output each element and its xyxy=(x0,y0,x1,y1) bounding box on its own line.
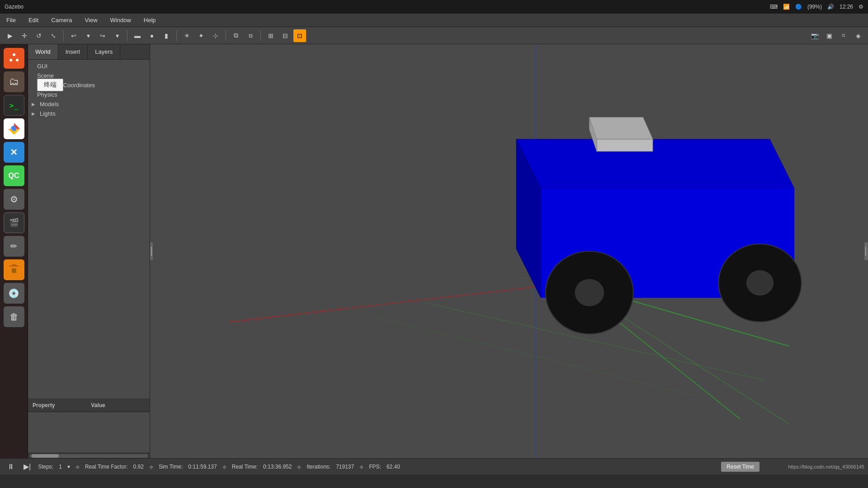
menu-file[interactable]: File xyxy=(4,16,19,24)
tree-label-lights: Lights xyxy=(40,110,56,117)
menu-help[interactable]: Help xyxy=(141,16,159,24)
properties-panel: Property Value xyxy=(28,399,150,453)
svg-point-26 xyxy=(575,279,604,306)
tree-label-gui: GUI xyxy=(37,63,47,70)
world-tree: GUI Scene Spherical Coordinates Physics … xyxy=(28,60,150,399)
light2-btn[interactable]: ✦ xyxy=(195,29,208,42)
tree-item-physics[interactable]: Physics xyxy=(28,90,150,99)
sphere-btn[interactable]: ● xyxy=(146,29,158,42)
main-layout: 🗂 >_ ✕ QC ⚙ 🎬 ✏ xyxy=(0,44,868,458)
visibility-btn[interactable]: ◈ xyxy=(852,29,864,42)
sim-value: 0:11:59.137 xyxy=(188,464,217,470)
paste-btn[interactable]: ⧈ xyxy=(244,29,257,42)
system-bar-right: ⌨ 📶 🔵 (99%) 🔊 12:26 ⚙ xyxy=(770,4,863,10)
align-btn[interactable]: ⊞ xyxy=(264,29,277,42)
left-panel-scrollbar[interactable] xyxy=(28,453,150,458)
record-btn[interactable]: ▣ xyxy=(823,29,835,42)
taskbar-terminal[interactable]: >_ xyxy=(4,95,24,116)
copy-btn[interactable]: ⧉ xyxy=(230,29,242,42)
light1-btn[interactable]: ☀ xyxy=(180,29,193,42)
status-bar: ⏸ ▶| Steps: 1 ▾ ◆ Real Time Factor: 0.92… xyxy=(0,458,868,474)
toolbar-sep-1 xyxy=(63,30,64,41)
taskbar-disk[interactable]: 💿 xyxy=(4,283,24,304)
cylinder-btn[interactable]: ▮ xyxy=(160,29,173,42)
svg-marker-19 xyxy=(516,139,794,188)
taskbar-video[interactable]: 🎬 xyxy=(4,212,24,233)
lights-arrow: ▶ xyxy=(32,111,35,116)
screenshot-btn[interactable]: 📷 xyxy=(808,29,821,42)
redo-btn[interactable]: ↪ xyxy=(96,29,109,42)
svg-marker-8 xyxy=(8,264,20,267)
pause-button[interactable]: ⏸ xyxy=(5,462,16,472)
tooltip-text: 终端 xyxy=(44,81,57,88)
reset-time-button[interactable]: Reset Time xyxy=(721,462,760,472)
right-resize-handle[interactable] xyxy=(864,242,868,260)
svg-marker-22 xyxy=(590,117,653,139)
sys-icon-bluetooth: 🔵 xyxy=(795,4,802,10)
light3-btn[interactable]: ⊹ xyxy=(209,29,222,42)
sys-icon-keyboard: ⌨ xyxy=(770,4,778,10)
svg-marker-23 xyxy=(597,139,653,151)
rotate-tool-btn[interactable]: ↺ xyxy=(33,29,45,42)
menu-view[interactable]: View xyxy=(82,16,100,24)
active-tool-btn[interactable]: ⊡ xyxy=(293,29,306,42)
toolbar: ▶ ✛ ↺ ⤡ ↩ ▾ ↪ ▾ ▬ ● ▮ ☀ ✦ ⊹ ⧉ ⧈ ⊞ ⊟ ⊡ 📷 … xyxy=(0,27,868,44)
undo-btn[interactable]: ↩ xyxy=(67,29,80,42)
sim-label: Sim Time: xyxy=(159,464,183,470)
taskbar-gazebo[interactable] xyxy=(4,259,24,280)
fps-value: 62.40 xyxy=(387,464,400,470)
scale-tool-btn[interactable]: ⤡ xyxy=(47,29,60,42)
fps-label: FPS: xyxy=(369,464,381,470)
step-button[interactable]: ▶| xyxy=(22,461,33,472)
prop-content xyxy=(28,412,150,448)
taskbar-trash[interactable]: 🗑 xyxy=(4,306,24,327)
taskbar-writer[interactable]: ✏ xyxy=(4,236,24,257)
system-clock: 12:26 xyxy=(840,4,853,10)
taskbar-settings[interactable]: ⚙ xyxy=(4,189,24,210)
redo-arrow-btn[interactable]: ▾ xyxy=(111,29,123,42)
taskbar-chrome[interactable] xyxy=(4,118,24,139)
sys-icon-wifi: 📶 xyxy=(783,4,790,10)
taskbar-ubuntu[interactable] xyxy=(4,48,24,69)
sys-settings-icon[interactable]: ⚙ xyxy=(859,4,863,10)
select-tool-btn[interactable]: ▶ xyxy=(4,29,16,42)
tab-world[interactable]: World xyxy=(28,44,58,59)
prop-col-value: Value xyxy=(86,401,109,410)
steps-value: 1 xyxy=(59,464,62,470)
left-panel: World Insert Layers GUI Scene Spherical … xyxy=(28,44,150,458)
menu-camera[interactable]: Camera xyxy=(48,16,75,24)
translate-tool-btn[interactable]: ✛ xyxy=(18,29,31,42)
undo-arrow-btn[interactable]: ▾ xyxy=(82,29,94,42)
status-link[interactable]: https://blog.csdn.net/qq_43066145 xyxy=(788,464,864,469)
svg-point-6 xyxy=(12,127,16,131)
view-angle-btn[interactable]: ⌗ xyxy=(837,29,850,42)
tab-layers[interactable]: Layers xyxy=(88,44,120,59)
toolbar-sep-3 xyxy=(176,30,177,41)
left-resize-handle[interactable] xyxy=(150,242,153,260)
svg-point-2 xyxy=(16,59,19,61)
panel-tabs: World Insert Layers xyxy=(28,44,150,60)
menu-edit[interactable]: Edit xyxy=(26,16,41,24)
tree-item-gui[interactable]: GUI xyxy=(28,61,150,71)
system-bar-left: Gazebo xyxy=(5,4,24,10)
viewport[interactable] xyxy=(150,44,868,458)
tree-item-models[interactable]: ▶ Models xyxy=(28,99,150,109)
box-btn[interactable]: ▬ xyxy=(131,29,144,42)
taskbar-cross[interactable]: ✕ xyxy=(4,142,24,163)
menu-window[interactable]: Window xyxy=(108,16,134,24)
taskbar-qtcreator[interactable]: QC xyxy=(4,165,24,186)
app-title: Gazebo xyxy=(5,4,24,10)
iter-value: 719137 xyxy=(336,464,354,470)
system-bar: Gazebo ⌨ 📶 🔵 (99%) 🔊 12:26 ⚙ xyxy=(0,0,868,14)
scrollbar-track[interactable] xyxy=(30,454,148,458)
tree-item-lights[interactable]: ▶ Lights xyxy=(28,109,150,118)
snap-btn[interactable]: ⊟ xyxy=(279,29,292,42)
scrollbar-thumb[interactable] xyxy=(32,454,59,458)
battery-status: (99%) xyxy=(807,4,822,10)
taskbar-files[interactable]: 🗂 xyxy=(4,71,24,92)
steps-arrow[interactable]: ▾ xyxy=(67,464,70,470)
prop-header: Property Value xyxy=(28,399,150,412)
models-arrow: ▶ xyxy=(32,102,35,107)
viewport-svg xyxy=(150,44,868,458)
tab-insert[interactable]: Insert xyxy=(58,44,88,59)
